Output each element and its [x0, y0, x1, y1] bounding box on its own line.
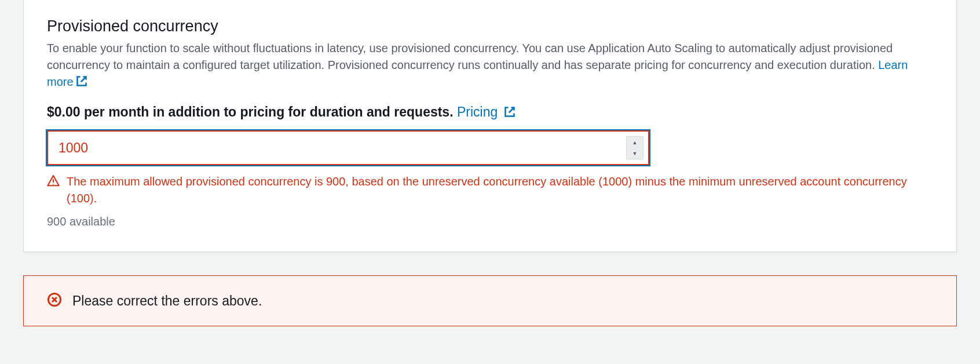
section-title: Provisioned concurrency — [47, 17, 933, 35]
chevron-up-icon: ▲ — [632, 140, 638, 145]
pricing-link[interactable]: Pricing — [457, 104, 515, 119]
stepper: ▲ ▼ — [626, 136, 643, 159]
pricing-text: $0.00 per month in addition to pricing f… — [47, 104, 457, 119]
validation-error: The maximum allowed provisioned concurre… — [47, 173, 933, 207]
error-circle-icon — [47, 292, 62, 310]
provisioned-concurrency-card: Provisioned concurrency To enable your f… — [23, 0, 957, 252]
alert-message: Please correct the errors above. — [72, 293, 262, 309]
concurrency-input-wrap: ▲ ▼ — [47, 130, 649, 165]
stepper-down-button[interactable]: ▼ — [627, 148, 643, 159]
stepper-up-button[interactable]: ▲ — [627, 137, 643, 148]
chevron-down-icon: ▼ — [632, 151, 638, 156]
available-text: 900 available — [47, 215, 933, 228]
pricing-link-text: Pricing — [457, 104, 498, 119]
external-link-icon — [504, 105, 515, 121]
description-text: To enable your function to scale without… — [47, 42, 893, 71]
error-alert: Please correct the errors above. — [23, 275, 957, 326]
external-link-icon — [76, 75, 87, 92]
section-description: To enable your function to scale without… — [47, 40, 933, 92]
error-message: The maximum allowed provisioned concurre… — [67, 173, 933, 207]
warning-triangle-icon — [47, 174, 60, 190]
concurrency-input[interactable] — [47, 130, 649, 165]
pricing-line: $0.00 per month in addition to pricing f… — [47, 104, 933, 121]
